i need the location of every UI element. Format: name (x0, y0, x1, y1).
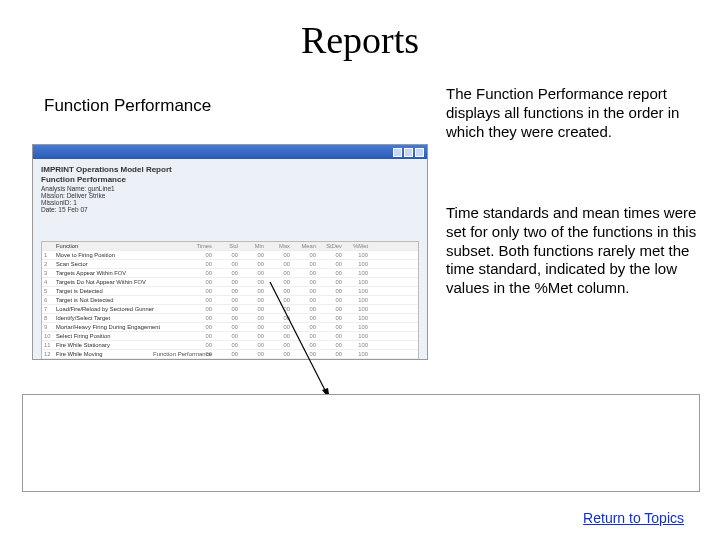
grid-row: 8Identify/Select Target000000000000100 (42, 314, 418, 323)
description-paragraph-1: The Function Performance report displays… (446, 85, 700, 141)
report-name: Function Performance (44, 96, 211, 116)
grid-row: 1Move to Firing Position000000000000100 (42, 251, 418, 260)
window-titlebar (33, 145, 427, 159)
grid-row: 12Fire While Moving000000000000100 (42, 350, 418, 359)
grid-row: 5Target is Detected000000000000100 (42, 287, 418, 296)
grid-row: 6Target is Not Detected000000000000100 (42, 296, 418, 305)
page-title: Reports (0, 18, 720, 62)
grid-row: 10Select Firing Position000000000000100 (42, 332, 418, 341)
grid-row: 4Targets Do Not Appear Within FOV0000000… (42, 278, 418, 287)
maximize-icon (404, 148, 413, 157)
minimize-icon (393, 148, 402, 157)
report-meta-date: Date: 15 Feb 07 (41, 206, 419, 213)
report-header-title: IMPRINT Operations Model Report (41, 165, 419, 174)
grid-row: 9Mortar/Heavy Firing During Engagement00… (42, 323, 418, 332)
close-icon (415, 148, 424, 157)
grid-row: 3Targets Appear Within FOV00000000000010… (42, 269, 418, 278)
report-meta-analysis: Analysis Name: gunLine1 (41, 185, 419, 192)
report-meta-missionid: MissionID: 1 (41, 199, 419, 206)
grid-row: 11Fire While Stationary000000000000100 (42, 341, 418, 350)
grid-row: 2Scan Sector000000000000100 (42, 260, 418, 269)
grid-row: 7Load/Fire/Reload by Sectored Gunner0000… (42, 305, 418, 314)
return-to-topics-link[interactable]: Return to Topics (583, 510, 684, 526)
report-body: IMPRINT Operations Model Report Function… (33, 159, 427, 360)
sheet-tab-active: Function Performance (153, 351, 212, 357)
description-paragraph-2: Time standards and mean times were set f… (446, 204, 700, 298)
report-screenshot-thumbnail: IMPRINT Operations Model Report Function… (32, 144, 428, 360)
report-header-subtitle: Function Performance (41, 175, 419, 184)
report-meta-mission: Mission: Deliver Strike (41, 192, 419, 199)
detail-table-panel: ID Function Times Performed Standard Min… (22, 394, 700, 492)
grid-header-row: FunctionTimesStdMinMaxMeanStDev%Met (42, 242, 418, 251)
report-grid: FunctionTimesStdMinMaxMeanStDev%Met 1Mov… (41, 241, 419, 360)
